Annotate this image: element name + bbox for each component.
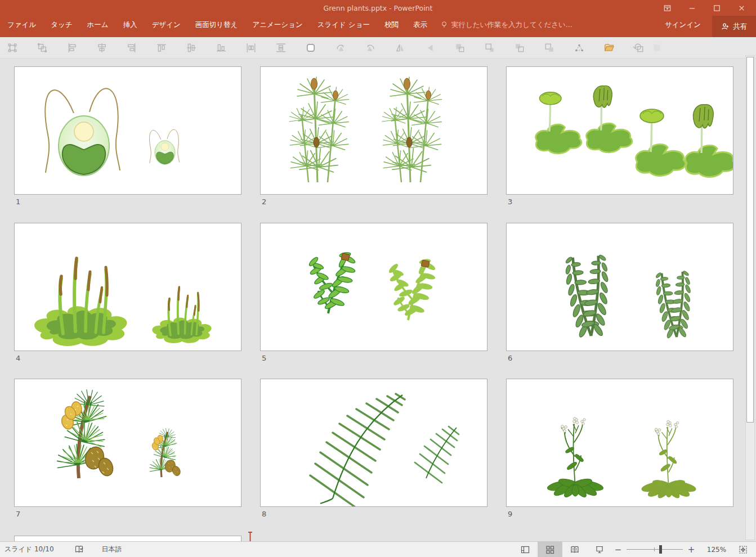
slide-counter[interactable]: スライド 10/10	[5, 545, 54, 554]
ribbon-tab-row: ファイル タッチ ホーム 挿入 デザイン 画面切り替え アニメーション スライド…	[0, 16, 756, 37]
flip-vertical-icon[interactable]	[424, 42, 436, 53]
liverworts-illustration	[507, 67, 733, 194]
zoom-level[interactable]: 125%	[702, 546, 731, 554]
send-backward-icon[interactable]	[484, 42, 495, 53]
slide-thumbnail-3[interactable]	[506, 66, 733, 195]
slide-sorter-canvas: 1	[0, 59, 756, 541]
distribute-horizontal-icon[interactable]	[245, 42, 257, 53]
fern-fronds-illustration	[261, 379, 487, 506]
slide-number: 9	[506, 510, 733, 518]
person-icon	[721, 23, 730, 31]
window-title: Grenn plants.pptx - PowerPoint	[0, 4, 756, 12]
language-indicator[interactable]: 日本語	[102, 545, 122, 554]
rotate-left-icon[interactable]	[365, 42, 376, 53]
tab-review[interactable]: 校閲	[377, 16, 406, 37]
open-folder-icon[interactable]	[603, 42, 615, 53]
tab-transitions[interactable]: 画面切り替え	[188, 16, 245, 37]
align-bottom-icon[interactable]	[216, 42, 227, 53]
align-left-icon[interactable]	[66, 42, 78, 53]
resize-shape-icon[interactable]	[7, 42, 18, 53]
align-middle-icon[interactable]	[186, 42, 197, 53]
slide-thumbnail-2[interactable]	[260, 66, 487, 195]
zoom-slider-thumb[interactable]	[659, 545, 662, 554]
club-moss-fronds-illustration	[507, 223, 733, 351]
flip-horizontal-icon[interactable]	[395, 42, 406, 53]
shape-fill-icon[interactable]	[651, 42, 663, 53]
quick-access-toolbar	[0, 37, 756, 59]
zoom-slider[interactable]	[627, 542, 683, 557]
close-icon[interactable]	[729, 0, 754, 16]
slide-thumbnail-8[interactable]	[260, 379, 487, 507]
tab-view[interactable]: 表示	[406, 16, 435, 37]
align-top-icon[interactable]	[156, 42, 167, 53]
slide-number: 8	[260, 510, 487, 518]
slide-thumbnail-9[interactable]	[506, 379, 733, 507]
tab-insert[interactable]: 挿入	[116, 16, 145, 37]
slide-thumbnail-6[interactable]	[506, 223, 733, 351]
align-center-icon[interactable]	[96, 42, 108, 53]
send-to-back-icon[interactable]	[544, 42, 555, 53]
zoom-slider-track[interactable]	[627, 549, 683, 550]
tell-me-box[interactable]: 実行したい作業を入力してください...	[435, 16, 578, 37]
spell-check-icon[interactable]	[74, 545, 84, 554]
slide-number: 5	[260, 354, 487, 362]
zoom-slider-center-tick	[654, 547, 655, 551]
slide-sorter-view-button[interactable]	[538, 542, 562, 557]
tell-me-placeholder: 実行したい作業を入力してください...	[451, 20, 572, 30]
slide-thumbnail-1[interactable]	[14, 66, 241, 195]
distribute-vertical-icon[interactable]	[275, 42, 287, 53]
tab-touch[interactable]: タッチ	[43, 16, 79, 37]
flowering-rosette-plants-illustration	[507, 379, 733, 506]
vertical-scrollbar[interactable]	[745, 55, 755, 540]
sign-in-button[interactable]: サインイン	[654, 16, 712, 37]
tab-animations[interactable]: アニメーション	[245, 16, 310, 37]
bring-forward-icon[interactable]	[454, 42, 466, 53]
ribbon-display-options-icon[interactable]	[655, 0, 679, 16]
leafy-moss-shoots-illustration	[261, 223, 487, 351]
slide-number: 2	[260, 197, 487, 206]
fit-slide-to-window-icon[interactable]	[731, 542, 755, 557]
lightbulb-icon	[440, 21, 448, 29]
slide-number: 3	[506, 197, 733, 206]
align-right-icon[interactable]	[126, 42, 137, 53]
tab-design[interactable]: デザイン	[145, 16, 188, 37]
green-alga-cells-illustration	[15, 67, 241, 194]
bring-to-front-icon[interactable]	[514, 42, 525, 53]
slide-thumbnail-5[interactable]	[260, 223, 487, 351]
reading-view-button[interactable]	[562, 542, 587, 557]
normal-view-button[interactable]	[513, 542, 538, 557]
titlebar: Grenn plants.pptx - PowerPoint	[0, 0, 756, 16]
pine-branch-with-cones-illustration	[15, 379, 241, 506]
slide-number: 6	[506, 354, 733, 362]
merge-shapes-dropdown-caret-icon[interactable]	[632, 42, 638, 53]
tab-home[interactable]: ホーム	[80, 16, 116, 37]
share-button[interactable]: 共有	[712, 16, 756, 37]
minimize-icon[interactable]	[679, 0, 704, 16]
slide-number: 7	[14, 510, 241, 518]
maximize-icon[interactable]	[704, 0, 729, 16]
window-controls	[655, 0, 754, 16]
rotate-right-icon[interactable]	[335, 42, 346, 53]
moss-with-sporophytes-illustration	[15, 223, 241, 351]
slideshow-view-button[interactable]	[587, 542, 612, 557]
shape-outline-icon[interactable]	[305, 42, 316, 53]
edit-shape-points-icon[interactable]	[574, 42, 585, 53]
zoom-in-icon[interactable]: +	[685, 545, 697, 555]
scrollbar-thumb[interactable]	[746, 57, 754, 423]
slide-number: 4	[14, 354, 241, 362]
horsetail-plants-illustration	[261, 67, 487, 194]
tab-slideshow[interactable]: スライド ショー	[310, 16, 377, 37]
statusbar: スライド 10/10 日本語 − + 125%	[0, 541, 756, 557]
slide-number: 1	[14, 197, 241, 206]
zoom-out-icon[interactable]: −	[612, 545, 624, 555]
slide-thumbnail-4[interactable]	[14, 223, 241, 351]
group-objects-icon[interactable]	[37, 42, 48, 53]
tab-file[interactable]: ファイル	[0, 16, 43, 37]
slide-thumbnail-7[interactable]	[14, 379, 241, 507]
